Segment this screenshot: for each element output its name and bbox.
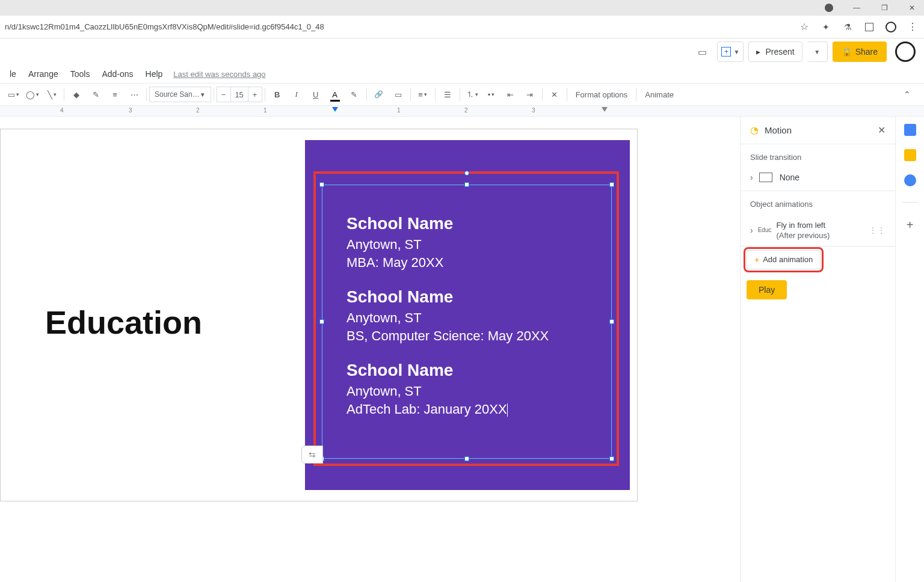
- play-animations-button[interactable]: Play: [747, 280, 787, 299]
- resize-handle-ne[interactable]: [609, 182, 614, 187]
- window-minimize[interactable]: —: [848, 2, 865, 14]
- extensions-icon[interactable]: [819, 20, 833, 34]
- school-detail: AdTech Lab: January 20XX: [346, 402, 549, 417]
- align-button[interactable]: ▾: [414, 86, 431, 103]
- menu-tools[interactable]: Tools: [64, 67, 96, 81]
- tab-icon[interactable]: [863, 20, 876, 34]
- status-dot: [821, 2, 837, 14]
- horizontal-ruler[interactable]: 4 3 2 1 1 2 3: [0, 106, 924, 117]
- decrease-indent-button[interactable]: [502, 86, 519, 103]
- right-indent-marker[interactable]: [602, 107, 608, 112]
- animation-row[interactable]: › Educ Fly in from left (After previous)…: [741, 215, 895, 247]
- labs-icon[interactable]: [841, 20, 854, 34]
- highlight-button[interactable]: [346, 86, 363, 103]
- resize-handle-s[interactable]: [464, 456, 469, 461]
- url-text[interactable]: n/d/1kswc12Rm01m4_CaozzLlIbU65nE0mgsXrf8…: [5, 22, 324, 31]
- present-button[interactable]: ▸ Present: [748, 41, 802, 62]
- resize-handle-nw[interactable]: [319, 182, 324, 187]
- resize-handle-e[interactable]: [609, 319, 614, 324]
- plus-icon: +: [754, 255, 759, 265]
- animate-button[interactable]: Animate: [640, 86, 679, 103]
- share-label: Share: [855, 47, 878, 57]
- transition-name: None: [780, 173, 799, 182]
- add-animation-label: Add animation: [763, 255, 813, 264]
- border-weight-tool[interactable]: ≡: [106, 86, 123, 103]
- shape-tool[interactable]: ◯▾: [24, 86, 41, 103]
- drag-handle-icon[interactable]: ⋮⋮: [869, 225, 886, 235]
- get-addons-icon[interactable]: +: [907, 218, 914, 232]
- animation-name: Fly in from left: [776, 221, 830, 231]
- account-avatar[interactable]: [895, 41, 916, 62]
- slide-title[interactable]: Education: [45, 304, 202, 341]
- last-edit-link[interactable]: Last edit was seconds ago: [173, 70, 265, 79]
- window-maximize[interactable]: ❐: [876, 2, 893, 14]
- font-size-decrease[interactable]: −: [217, 90, 230, 99]
- increase-indent-button[interactable]: [522, 86, 538, 103]
- add-animation-button[interactable]: + Add animation: [747, 250, 821, 269]
- transition-row[interactable]: › None: [741, 168, 895, 191]
- bold-button[interactable]: B: [269, 86, 286, 103]
- school-detail: MBA: May 20XX: [346, 255, 549, 271]
- format-options-button[interactable]: Format options: [571, 86, 633, 103]
- select-tool[interactable]: ▭▾: [5, 86, 22, 103]
- insert-link-button[interactable]: [371, 86, 387, 103]
- numbered-list-button[interactable]: ▾: [464, 86, 481, 103]
- chevron-down-icon: ▼: [200, 91, 206, 98]
- resize-handle-se[interactable]: [609, 456, 614, 461]
- ruler-mark: 2: [464, 107, 468, 114]
- new-slide-button[interactable]: + ▼: [717, 41, 744, 62]
- resize-handle-w[interactable]: [319, 319, 324, 324]
- window-close[interactable]: ✕: [904, 2, 920, 14]
- font-size-value[interactable]: 15: [230, 87, 248, 102]
- clear-formatting-button[interactable]: [546, 86, 563, 103]
- fill-color-tool[interactable]: ◆: [68, 86, 85, 103]
- share-button[interactable]: 🔒 Share: [833, 41, 887, 62]
- collapse-toolbar-button[interactable]: [899, 86, 916, 103]
- slide-icon: [759, 173, 772, 182]
- lock-icon: 🔒: [842, 47, 852, 57]
- motion-panel-title: Motion: [765, 125, 878, 135]
- bookmark-star-icon[interactable]: [798, 20, 811, 34]
- school-name: School Name: [346, 287, 549, 307]
- border-dash-tool[interactable]: ⋯: [126, 86, 143, 103]
- menu-help[interactable]: Help: [140, 67, 169, 81]
- font-size-stepper[interactable]: − 15 +: [217, 87, 262, 102]
- animation-trigger: (After previous): [776, 231, 830, 240]
- animation-object-name: Educ: [758, 227, 772, 233]
- resize-handle-n[interactable]: [464, 182, 469, 187]
- present-dropdown[interactable]: ▼: [807, 41, 828, 62]
- menu-file[interactable]: le: [4, 67, 22, 81]
- menu-arrange[interactable]: Arrange: [22, 67, 64, 81]
- line-spacing-button[interactable]: [439, 86, 456, 103]
- line-tool[interactable]: ╲▾: [43, 86, 60, 103]
- border-color-tool[interactable]: ✎: [87, 86, 104, 103]
- slide-canvas[interactable]: Education School Name Anytown, ST: [0, 117, 740, 582]
- textbox-content[interactable]: School Name Anytown, ST MBA: May 20XX Sc…: [346, 214, 549, 434]
- tasks-icon[interactable]: [904, 174, 916, 186]
- school-location: Anytown, ST: [346, 310, 549, 326]
- selected-textbox[interactable]: School Name Anytown, ST MBA: May 20XX Sc…: [322, 185, 612, 459]
- menu-addons[interactable]: Add-ons: [96, 67, 139, 81]
- browser-menu-icon[interactable]: [906, 20, 919, 34]
- window-titlebar: — ❐ ✕: [0, 0, 924, 16]
- text-color-button[interactable]: A: [327, 86, 343, 103]
- italic-button[interactable]: I: [288, 86, 305, 103]
- keep-icon[interactable]: [904, 149, 916, 161]
- indent-marker[interactable]: [332, 107, 338, 112]
- rotate-handle[interactable]: [464, 171, 469, 176]
- font-size-increase[interactable]: +: [248, 90, 262, 99]
- underline-button[interactable]: U: [307, 86, 324, 103]
- speaker-notes-toggle[interactable]: ⇆: [301, 446, 323, 464]
- profile-circle-icon[interactable]: [884, 20, 898, 34]
- bulleted-list-button[interactable]: ▾: [483, 86, 500, 103]
- close-panel-button[interactable]: ✕: [878, 124, 886, 136]
- ruler-mark: 1: [263, 107, 267, 114]
- motion-panel-header: ◔ Motion ✕: [741, 117, 895, 144]
- calendar-icon[interactable]: [904, 124, 916, 136]
- chevron-right-icon: ›: [750, 225, 753, 235]
- slide[interactable]: Education School Name Anytown, ST: [0, 129, 638, 501]
- comments-button[interactable]: [692, 41, 712, 62]
- annotation-highlight-textbox: School Name Anytown, ST MBA: May 20XX Sc…: [313, 171, 619, 466]
- insert-comment-button[interactable]: [390, 86, 407, 103]
- font-family-select[interactable]: Source San… ▼: [149, 87, 211, 102]
